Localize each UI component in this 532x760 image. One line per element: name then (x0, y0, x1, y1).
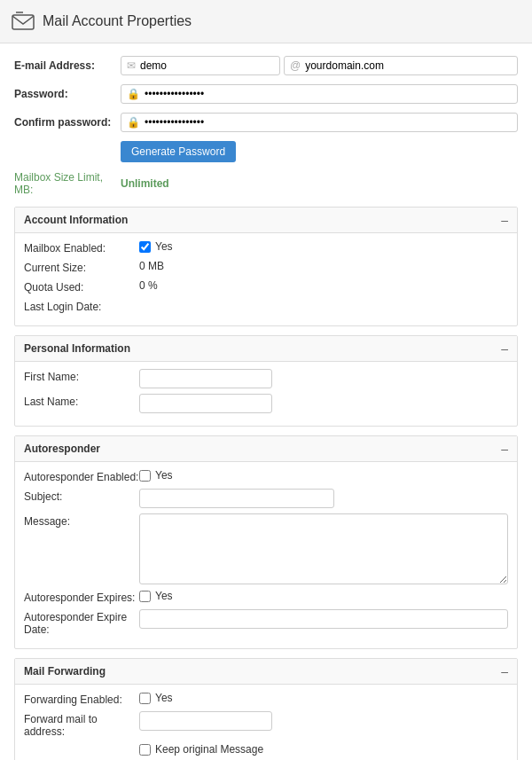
autoresponder-body: Autoresponder Enabled: Yes Subject: Mess… (15, 462, 517, 648)
last-login-label: Last Login Date: (24, 299, 139, 313)
autoresponder-expires-row: Autoresponder Expires: Yes (24, 590, 508, 604)
lock2-icon: 🔒 (127, 116, 140, 129)
email-local-wrapper: ✉ (121, 56, 280, 75)
quota-used-value: 0 % (139, 279, 508, 292)
autoresponder-expire-date-label: Autoresponder Expire Date: (24, 609, 139, 636)
personal-info-header[interactable]: Personal Information – (15, 336, 517, 362)
subject-label: Subject: (24, 489, 139, 503)
last-name-input[interactable] (139, 394, 272, 413)
email-domain-input[interactable] (305, 59, 512, 72)
account-info-section: Account Information – Mailbox Enabled: Y… (14, 207, 518, 326)
autoresponder-toggle[interactable]: – (501, 442, 508, 456)
subject-input[interactable] (139, 489, 334, 508)
current-size-label: Current Size: (24, 260, 139, 274)
lock-icon: 🔒 (127, 88, 140, 100)
mailbox-enabled-field: Yes (139, 240, 173, 253)
email-label: E-mail Address: (14, 59, 121, 72)
forwarding-enabled-checkbox[interactable] (139, 693, 151, 704)
keep-original-row: Keep original Message (139, 743, 508, 756)
keep-original-checkbox[interactable] (139, 744, 151, 756)
password-wrapper: 🔒 (121, 84, 518, 104)
account-info-body: Mailbox Enabled: Yes Current Size: 0 MB … (15, 233, 517, 325)
email-local-input[interactable] (140, 59, 274, 72)
message-textarea[interactable] (139, 513, 508, 584)
message-row: Message: (24, 513, 508, 584)
confirm-password-row: Confirm password: 🔒 (14, 113, 518, 132)
autoresponder-expire-date-row: Autoresponder Expire Date: (24, 609, 508, 636)
mail-forwarding-title: Mail Forwarding (24, 665, 106, 678)
first-name-label: First Name: (24, 369, 139, 383)
quota-used-row: Quota Used: 0 % (24, 279, 508, 294)
confirm-password-wrapper: 🔒 (121, 113, 518, 132)
mailbox-size-row: Mailbox Size Limit, MB: Unlimited (14, 171, 518, 196)
account-info-title: Account Information (24, 214, 128, 226)
password-row: Password: 🔒 (14, 84, 518, 104)
mail-forwarding-header[interactable]: Mail Forwarding – (15, 659, 517, 685)
password-label: Password: (14, 88, 121, 100)
autoresponder-section: Autoresponder – Autoresponder Enabled: Y… (14, 435, 518, 649)
forwarding-enabled-field: Yes (139, 692, 173, 704)
mail-forwarding-toggle[interactable]: – (501, 664, 508, 678)
personal-info-title: Personal Information (24, 342, 130, 355)
password-input[interactable] (145, 88, 512, 100)
email-row: E-mail Address: ✉ @ (14, 56, 518, 75)
autoresponder-expire-date-input[interactable] (139, 609, 508, 629)
account-info-header[interactable]: Account Information – (15, 208, 517, 233)
autoresponder-expires-checkbox[interactable] (139, 591, 151, 602)
current-size-value: 0 MB (139, 260, 508, 272)
first-name-row: First Name: (24, 369, 508, 388)
mail-forwarding-section: Mail Forwarding – Forwarding Enabled: Ye… (14, 658, 518, 760)
subject-row: Subject: (24, 489, 508, 508)
personal-info-body: First Name: Last Name: (15, 362, 517, 426)
personal-info-toggle[interactable]: – (501, 341, 508, 356)
forward-to-label: Forward mail to address: (24, 711, 139, 738)
last-name-row: Last Name: (24, 394, 508, 413)
mailbox-enabled-yes: Yes (155, 240, 173, 253)
mailbox-enabled-label: Mailbox Enabled: (24, 240, 139, 255)
generate-password-button[interactable]: Generate Password (121, 141, 236, 162)
autoresponder-enabled-row: Autoresponder Enabled: Yes (24, 469, 508, 483)
mailbox-enabled-row: Mailbox Enabled: Yes (24, 240, 508, 255)
mail-icon (11, 9, 35, 34)
forward-to-row: Forward mail to address: (24, 711, 508, 738)
mailbox-size-value: Unlimited (121, 177, 169, 190)
message-label: Message: (24, 513, 139, 528)
confirm-password-label: Confirm password: (14, 116, 121, 129)
email-inputs: ✉ @ (121, 56, 518, 75)
autoresponder-enabled-label: Autoresponder Enabled: (24, 469, 139, 483)
at-icon: @ (290, 59, 301, 72)
keep-original-label: Keep original Message (155, 743, 263, 756)
autoresponder-expires-field: Yes (139, 590, 173, 602)
mail-forwarding-body: Forwarding Enabled: Yes Forward mail to … (15, 685, 517, 760)
forwarding-enabled-row: Forwarding Enabled: Yes (24, 692, 508, 706)
main-content: E-mail Address: ✉ @ Password: 🔒 (0, 43, 532, 760)
autoresponder-enabled-checkbox[interactable] (139, 470, 151, 482)
mailbox-enabled-checkbox[interactable] (139, 241, 151, 253)
autoresponder-expires-yes: Yes (155, 590, 173, 602)
personal-info-section: Personal Information – First Name: Last … (14, 335, 518, 427)
forwarding-enabled-yes: Yes (155, 692, 173, 704)
first-name-input[interactable] (139, 369, 272, 388)
autoresponder-header[interactable]: Autoresponder – (15, 436, 517, 462)
email-domain-wrapper: @ (284, 56, 518, 75)
autoresponder-enabled-field: Yes (139, 469, 173, 482)
autoresponder-expires-label: Autoresponder Expires: (24, 590, 139, 604)
forwarding-enabled-label: Forwarding Enabled: (24, 692, 139, 706)
forward-to-input[interactable] (139, 711, 272, 731)
current-size-row: Current Size: 0 MB (24, 260, 508, 274)
envelope-icon: ✉ (127, 59, 136, 72)
account-info-toggle[interactable]: – (501, 213, 508, 227)
mailbox-size-label: Mailbox Size Limit, MB: (14, 171, 121, 196)
page-title: Mail Account Properties (43, 13, 192, 29)
page-header: Mail Account Properties (0, 0, 532, 43)
last-name-label: Last Name: (24, 394, 139, 408)
confirm-password-input[interactable] (145, 116, 512, 129)
quota-used-label: Quota Used: (24, 279, 139, 294)
autoresponder-enabled-yes: Yes (155, 469, 173, 482)
last-login-row: Last Login Date: (24, 299, 508, 313)
svg-rect-0 (12, 15, 34, 29)
autoresponder-title: Autoresponder (24, 443, 100, 455)
